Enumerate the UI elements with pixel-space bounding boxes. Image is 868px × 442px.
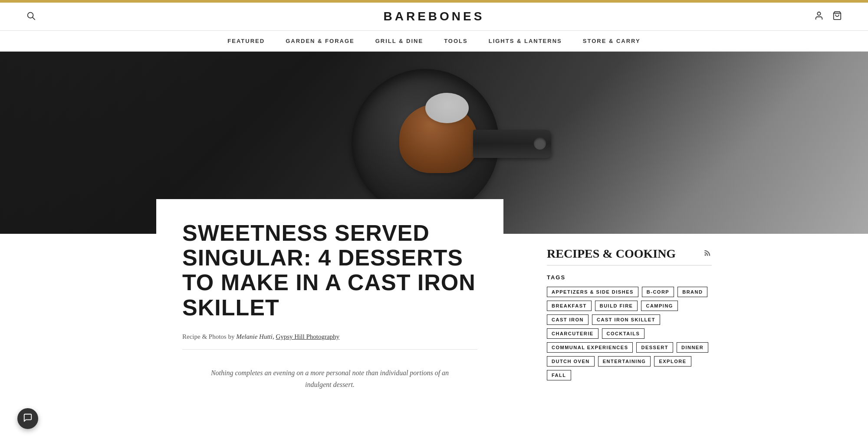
article-byline: Recipe & Photos by Melanie Hutti, Gypsy … — [182, 333, 477, 341]
tag-item[interactable]: BUILD FIRE — [595, 301, 638, 311]
tag-item[interactable]: CAST IRON SKILLET — [592, 314, 660, 325]
sidebar: RECIPES & COOKING TAGS APPETIZERS & SIDE… — [547, 234, 712, 408]
nav-item-lights[interactable]: LIGHTS & LANTERNS — [489, 38, 562, 44]
tag-item[interactable]: FALL — [547, 370, 571, 380]
author-name: Melanie Hutti, — [236, 333, 274, 340]
header-right — [807, 11, 842, 23]
tag-item[interactable]: CHARCUTERIE — [547, 328, 598, 339]
svg-point-2 — [817, 12, 820, 15]
tags-container: APPETIZERS & SIDE DISHESB-CORPBRANDBREAK… — [547, 287, 712, 380]
header: BAREBONES — [0, 3, 868, 31]
main-nav: FEATURED GARDEN & FORAGE GRILL & DINE TO… — [0, 31, 868, 52]
nav-item-grill[interactable]: GRILL & DINE — [375, 38, 423, 44]
tag-item[interactable]: COCKTAILS — [602, 328, 645, 339]
search-icon[interactable] — [26, 13, 36, 22]
nav-item-store[interactable]: STORE & CARRY — [583, 38, 641, 44]
nav-item-tools[interactable]: TOOLS — [444, 38, 468, 44]
tag-item[interactable]: B-CORP — [642, 287, 674, 297]
tag-item[interactable]: CAST IRON — [547, 314, 589, 325]
tag-item[interactable]: DINNER — [677, 342, 708, 353]
svg-line-1 — [33, 17, 35, 20]
main-content: SWEETNESS SERVED SINGULAR: 4 DESSERTS TO… — [130, 234, 738, 408]
tag-item[interactable]: BREAKFAST — [547, 301, 592, 311]
article-excerpt: Nothing completes an evening on a more p… — [210, 367, 449, 390]
sidebar-section-title: RECIPES & COOKING — [547, 247, 712, 261]
tag-item[interactable]: DESSERT — [636, 342, 673, 353]
header-left — [26, 11, 61, 23]
tags-label: TAGS — [547, 274, 712, 281]
tag-item[interactable]: ENTERTAINING — [598, 356, 651, 367]
sidebar-title-text: RECIPES & COOKING — [547, 247, 676, 261]
nav-item-garden[interactable]: GARDEN & FORAGE — [286, 38, 355, 44]
account-icon[interactable] — [814, 11, 824, 23]
site-logo[interactable]: BAREBONES — [61, 10, 807, 23]
tag-item[interactable]: APPETIZERS & SIDE DISHES — [547, 287, 638, 297]
cart-icon[interactable] — [832, 11, 842, 23]
tag-item[interactable]: BRAND — [677, 287, 707, 297]
title-card: SWEETNESS SERVED SINGULAR: 4 DESSERTS TO… — [156, 199, 503, 408]
tag-item[interactable]: DUTCH OVEN — [547, 356, 595, 367]
byline-prefix: Recipe & Photos by — [182, 333, 236, 340]
tag-item[interactable]: COMMUNAL EXPERIENCES — [547, 342, 633, 353]
article-title: SWEETNESS SERVED SINGULAR: 4 DESSERTS TO… — [182, 221, 477, 320]
tag-item[interactable]: EXPLORE — [654, 356, 691, 367]
sidebar-divider — [547, 265, 712, 265]
rss-icon[interactable] — [703, 249, 712, 259]
tag-item[interactable]: CAMPING — [641, 301, 677, 311]
article-divider — [182, 349, 477, 350]
nav-item-featured[interactable]: FEATURED — [227, 38, 265, 44]
article-content: SWEETNESS SERVED SINGULAR: 4 DESSERTS TO… — [156, 234, 521, 408]
author-link[interactable]: Gypsy Hill Photography — [276, 333, 339, 340]
